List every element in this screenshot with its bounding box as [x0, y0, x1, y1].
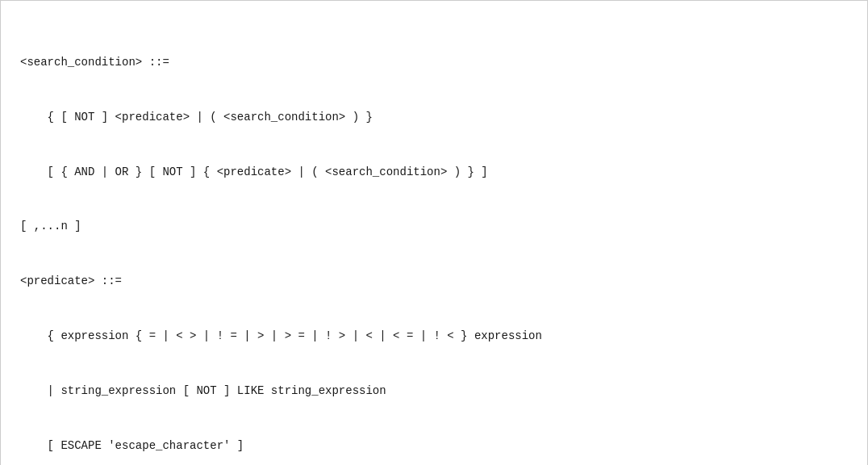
code-line-1: <search_condition> ::= — [20, 53, 848, 72]
code-line-4: [ ,...n ] — [20, 217, 848, 236]
code-line-8: [ ESCAPE 'escape_character' ] — [20, 437, 848, 455]
code-line-7: | string_expression [ NOT ] LIKE string_… — [20, 382, 848, 400]
code-line-2: { [ NOT ] <predicate> | ( <search_condit… — [20, 108, 848, 127]
code-line-3: [ { AND | OR } [ NOT ] { <predicate> | (… — [20, 163, 848, 182]
code-block: <search_condition> ::= { [ NOT ] <predic… — [20, 17, 848, 465]
code-line-5: <predicate> ::= — [20, 272, 848, 291]
code-line-6: { expression { = | < > | ! = | > | > = |… — [20, 327, 848, 346]
code-container: <search_condition> ::= { [ NOT ] <predic… — [0, 0, 868, 465]
